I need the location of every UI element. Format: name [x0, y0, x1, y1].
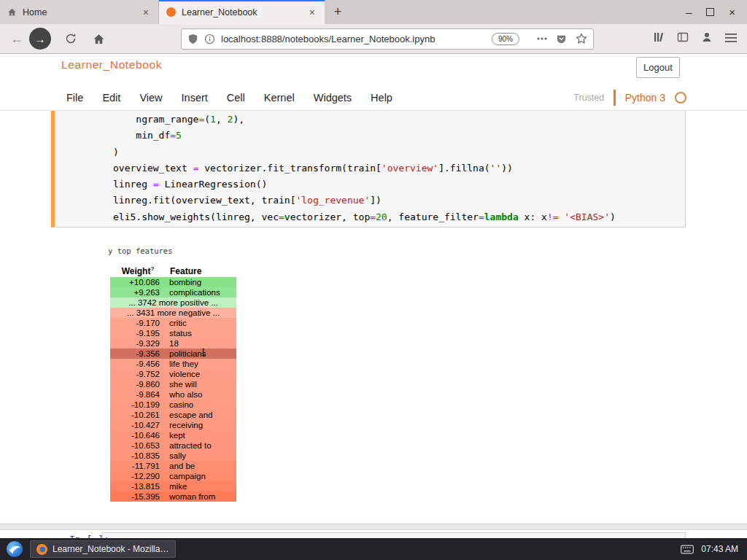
- tab-close-icon[interactable]: ×: [141, 7, 151, 18]
- empty-code-cell[interactable]: [102, 532, 686, 538]
- pocket-icon[interactable]: [556, 34, 567, 44]
- menu-help[interactable]: Help: [361, 92, 402, 104]
- tab-home[interactable]: Home ×: [0, 0, 159, 24]
- bookmark-star-icon[interactable]: [576, 33, 587, 44]
- tab-title: Home: [23, 7, 135, 18]
- toolbar-right-icons: [653, 31, 741, 46]
- weights-table: Weight? Feature +10.086bombing+9.263comp…: [110, 265, 236, 502]
- clock: 07:43 AM: [701, 544, 738, 554]
- menu-cell[interactable]: Cell: [217, 92, 255, 104]
- weight-row: -9.864who also: [110, 389, 236, 400]
- taskbar: Learner_Notebook - Mozilla ... 07:43 AM: [0, 538, 747, 560]
- notebook-title[interactable]: Learner_Notebook: [61, 58, 162, 71]
- taskbar-tray: 07:43 AM: [681, 544, 741, 554]
- forward-button[interactable]: →: [29, 28, 51, 50]
- new-tab-button[interactable]: +: [325, 0, 351, 24]
- taskbar-window-label: Learner_Notebook - Mozilla ...: [53, 544, 169, 554]
- menu-kernel[interactable]: Kernel: [255, 92, 304, 104]
- weight-row: -10.427receiving: [110, 420, 236, 430]
- sidebar-icon[interactable]: [677, 31, 689, 46]
- menu-insert[interactable]: Insert: [172, 92, 217, 104]
- window-controls: – ×: [674, 0, 747, 24]
- text-cursor: I: [201, 347, 205, 358]
- menu-view[interactable]: View: [130, 92, 171, 104]
- window-maximize-button[interactable]: [706, 8, 714, 16]
- notebook-menubar: FileEditViewInsertCellKernelWidgetsHelp: [57, 86, 402, 109]
- tab-learner-notebook[interactable]: Learner_Notebook ×: [159, 0, 325, 24]
- code-line: min_df=5: [113, 128, 682, 144]
- weight-row: -12.290campaign: [110, 471, 236, 481]
- reload-icon: [65, 33, 77, 44]
- weight-row: -15.395woman from: [110, 491, 236, 502]
- weight-row: +10.086bombing: [110, 277, 236, 287]
- code-line: overview_text = vectorizer.fit_transform…: [113, 160, 682, 176]
- browser-toolbar: ← → localhost:8888/notebooks/Learner_Not…: [0, 24, 747, 54]
- zoom-level-button[interactable]: 90%: [492, 33, 519, 45]
- tab-title: Learner_Notebook: [182, 7, 301, 18]
- library-icon[interactable]: [653, 31, 665, 46]
- weights-table-body: +10.086bombing+9.263complications... 374…: [110, 277, 236, 502]
- cell-divider-strip: [0, 524, 747, 530]
- code-line: eli5.show_weights(linreg, vec=vectorizer…: [113, 209, 682, 225]
- weight-row: -9.860she will: [110, 379, 236, 389]
- screen: Home × Learner_Notebook × + – × ← →: [0, 0, 747, 560]
- site-info-icon[interactable]: [204, 34, 215, 44]
- weight-row: -10.646kept: [110, 430, 236, 440]
- reload-button[interactable]: [61, 28, 80, 49]
- menu-edit[interactable]: Edit: [93, 92, 130, 104]
- menu-hamburger-icon[interactable]: [725, 32, 737, 45]
- code-line: ngram_range=(1, 2),: [113, 112, 682, 128]
- home-icon: [93, 33, 105, 45]
- firefox-icon: [36, 544, 47, 555]
- taskbar-window-button[interactable]: Learner_Notebook - Mozilla ...: [30, 540, 176, 558]
- page-actions-icon[interactable]: [537, 37, 547, 40]
- weight-row: -9.356politicians: [110, 349, 236, 359]
- weight-row: -10.199casino: [110, 400, 236, 410]
- page-content: Learner_Notebook Logout FileEditViewInse…: [0, 54, 747, 538]
- weight-row: -10.835sally: [110, 451, 236, 461]
- weight-row: -10.653attracted to: [110, 440, 236, 451]
- back-button[interactable]: ←: [7, 28, 26, 49]
- weight-row: -9.32918: [110, 338, 236, 349]
- url-bar[interactable]: localhost:8888/notebooks/Learner_Noteboo…: [181, 28, 594, 50]
- browser-tab-bar: Home × Learner_Notebook × + – ×: [0, 0, 747, 24]
- window-minimize-button[interactable]: –: [686, 7, 692, 18]
- kernel-name: Python 3: [625, 92, 665, 104]
- home-button[interactable]: [89, 28, 108, 49]
- weights-more-row: ... 3742 more positive ...: [110, 298, 236, 308]
- page-favicon-icon: [7, 7, 17, 17]
- weight-row: -9.752violence: [110, 369, 236, 379]
- weight-column-header: Weight?: [110, 265, 166, 277]
- weights-more-row: ... 3431 more negative ...: [110, 308, 236, 318]
- tab-close-icon[interactable]: ×: [307, 7, 317, 18]
- code-line: ): [113, 144, 682, 160]
- weight-row: -9.195status: [110, 328, 236, 338]
- code-line: linreg = LinearRegression(): [113, 176, 682, 192]
- account-icon[interactable]: [701, 31, 713, 46]
- weight-row: -13.815mike: [110, 481, 236, 491]
- menu-file[interactable]: File: [57, 92, 93, 104]
- logout-button[interactable]: Logout: [636, 57, 680, 78]
- weight-row: -9.170critic: [110, 318, 236, 328]
- weight-row: -9.456life they: [110, 359, 236, 369]
- kernel-idle-icon: [675, 92, 686, 104]
- menu-widgets[interactable]: Widgets: [304, 92, 361, 104]
- code-cell[interactable]: ngram_range=(1, 2), min_df=5)overview_te…: [51, 111, 686, 228]
- code-lines: ngram_range=(1, 2), min_df=5)overview_te…: [113, 112, 682, 225]
- kernel-status-area: Trusted Python 3: [573, 86, 686, 109]
- url-text[interactable]: localhost:8888/notebooks/Learner_Noteboo…: [221, 34, 492, 44]
- feature-column-header: Feature: [166, 265, 236, 277]
- weight-row: -11.791and be: [110, 461, 236, 471]
- jupyter-favicon-icon: [166, 7, 176, 17]
- tracking-shield-icon[interactable]: [187, 34, 198, 44]
- weights-header-row: Weight? Feature: [110, 265, 236, 277]
- start-menu-icon[interactable]: [6, 540, 23, 558]
- trusted-badge: Trusted: [573, 93, 604, 103]
- keyboard-input-icon[interactable]: [681, 545, 694, 554]
- code-line: linreg.fit(overview_text, train['log_rev…: [113, 192, 682, 209]
- weight-row: +9.263complications: [110, 287, 236, 298]
- output-caption: y top features: [108, 246, 173, 255]
- weight-row: -10.261escape and: [110, 410, 236, 420]
- window-close-button[interactable]: ×: [729, 7, 735, 18]
- kernel-separator: [614, 90, 616, 106]
